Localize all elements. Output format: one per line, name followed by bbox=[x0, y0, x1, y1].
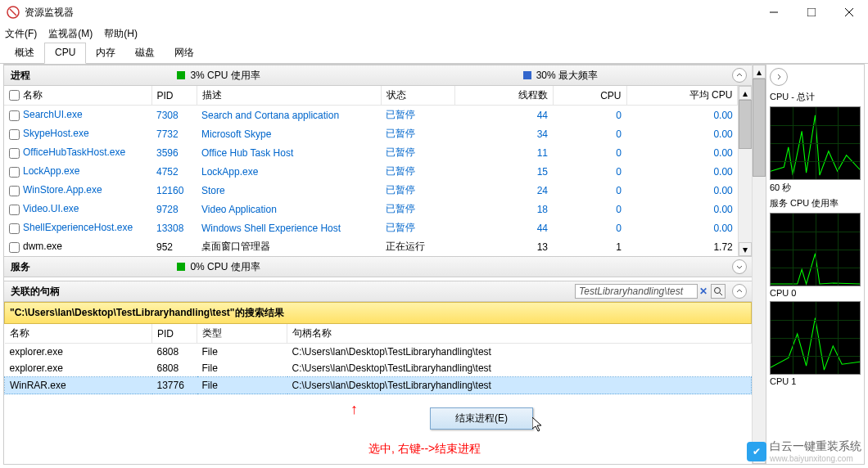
svg-point-6 bbox=[715, 288, 721, 294]
row-checkbox[interactable] bbox=[9, 242, 20, 253]
process-row[interactable]: ShellExperienceHost.exe 13308Windows She… bbox=[4, 218, 738, 237]
charts-collapse-button[interactable] bbox=[770, 68, 788, 86]
row-checkbox[interactable] bbox=[9, 129, 20, 140]
svc-cpu-stat: 0% CPU 使用率 bbox=[177, 260, 260, 274]
window-title: 资源监视器 bbox=[25, 6, 755, 20]
col-pid[interactable]: PID bbox=[151, 86, 197, 106]
col-threads[interactable]: 线程数 bbox=[454, 86, 553, 106]
search-result-banner: "C:\Users\lan\Desktop\TestLibraryhandlin… bbox=[4, 302, 752, 324]
handles-title: 关联的句柄 bbox=[11, 285, 60, 299]
collapse-icon[interactable] bbox=[732, 284, 747, 299]
col-desc[interactable]: 描述 bbox=[197, 86, 381, 106]
max-freq-stat: 30% 最大频率 bbox=[523, 69, 598, 83]
services-header[interactable]: 服务 0% CPU 使用率 bbox=[4, 256, 752, 277]
tab-disk[interactable]: 磁盘 bbox=[125, 43, 165, 63]
chart-cpu0 bbox=[770, 301, 861, 375]
handles-table: 名称 PID 类型 句柄名称 explorer.exe6808FileC:\Us… bbox=[4, 324, 752, 394]
annotation-text: 选中, 右键-->结束进程 bbox=[368, 442, 481, 457]
brand-logo-icon: ✔ bbox=[747, 442, 766, 461]
clear-search-icon[interactable]: ✕ bbox=[699, 286, 708, 297]
chart-cpu-total-label: CPU - 总计 bbox=[770, 91, 861, 103]
menubar: 文件(F) 监视器(M) 帮助(H) bbox=[0, 25, 868, 43]
row-checkbox[interactable] bbox=[9, 148, 20, 159]
processes-title: 进程 bbox=[11, 69, 30, 83]
tab-memory[interactable]: 内存 bbox=[86, 43, 125, 63]
tab-cpu[interactable]: CPU bbox=[44, 43, 86, 64]
titlebar: 资源监视器 bbox=[0, 0, 868, 25]
tab-network[interactable]: 网络 bbox=[165, 43, 204, 63]
charts-pane: CPU - 总计 60 秒 服务 CPU 使用率 CPU 0 CPU 1 bbox=[766, 65, 864, 464]
app-icon bbox=[7, 6, 20, 19]
svg-line-7 bbox=[720, 293, 722, 295]
row-checkbox[interactable] bbox=[9, 110, 20, 121]
expand-icon[interactable] bbox=[732, 259, 747, 274]
main-scrollbar[interactable]: ▴▾ bbox=[752, 65, 766, 464]
process-row[interactable]: SkypeHost.exe 7732Microsoft Skype已暂停 340… bbox=[4, 124, 738, 143]
col-name[interactable]: 名称 bbox=[23, 89, 43, 101]
col-avg[interactable]: 平均 CPU bbox=[626, 86, 738, 106]
select-all-checkbox[interactable] bbox=[9, 90, 20, 101]
hcol-handle[interactable]: 句柄名称 bbox=[287, 324, 752, 344]
handle-row[interactable]: explorer.exe6808FileC:\Users\lan\Desktop… bbox=[5, 360, 752, 377]
annotation-arrow: ↑ bbox=[350, 401, 358, 418]
svg-line-1 bbox=[10, 9, 16, 16]
search-button[interactable] bbox=[711, 284, 726, 299]
hcol-type[interactable]: 类型 bbox=[197, 324, 287, 344]
brand-watermark: ✔ 白云一键重装系统 www.baiyunxitong.com bbox=[747, 439, 861, 463]
menu-monitor[interactable]: 监视器(M) bbox=[48, 27, 93, 41]
row-checkbox[interactable] bbox=[9, 167, 20, 178]
row-checkbox[interactable] bbox=[9, 186, 20, 196]
chart-cpu1-label: CPU 1 bbox=[770, 376, 861, 386]
menu-help[interactable]: 帮助(H) bbox=[104, 27, 138, 41]
svg-rect-3 bbox=[807, 8, 816, 16]
cpu-usage-stat: 3% CPU 使用率 bbox=[177, 69, 260, 83]
row-checkbox[interactable] bbox=[9, 223, 20, 234]
process-row[interactable]: LockApp.exe 4752LockApp.exe已暂停 1500.00 bbox=[4, 162, 738, 181]
col-status[interactable]: 状态 bbox=[381, 86, 454, 106]
tab-overview[interactable]: 概述 bbox=[5, 43, 44, 63]
collapse-icon[interactable] bbox=[732, 68, 747, 83]
process-row[interactable]: OfficeHubTaskHost.exe 3596Office Hub Tas… bbox=[4, 143, 738, 162]
hcol-pid[interactable]: PID bbox=[152, 324, 197, 344]
brand-url: www.baiyunxitong.com bbox=[770, 454, 861, 463]
handle-row[interactable]: explorer.exe6808FileC:\Users\lan\Desktop… bbox=[5, 344, 752, 361]
services-title: 服务 bbox=[11, 260, 30, 274]
chart-service-cpu bbox=[770, 213, 861, 286]
ctx-end-process[interactable]: 结束进程(E) bbox=[455, 412, 508, 425]
menu-file[interactable]: 文件(F) bbox=[5, 27, 37, 41]
hcol-name[interactable]: 名称 bbox=[5, 324, 152, 344]
handle-row[interactable]: WinRAR.exe13776FileC:\Users\lan\Desktop\… bbox=[5, 377, 752, 394]
row-checkbox[interactable] bbox=[9, 205, 20, 215]
close-button[interactable] bbox=[830, 0, 868, 25]
processes-header[interactable]: 进程 3% CPU 使用率 30% 最大频率 bbox=[4, 65, 752, 86]
chart-60s-label: 60 秒 bbox=[770, 182, 861, 194]
chart-cpu-total bbox=[770, 106, 861, 180]
maximize-button[interactable] bbox=[793, 0, 830, 25]
processes-table: 名称 PID 描述 状态 线程数 CPU 平均 CPU SearchUI.exe… bbox=[4, 86, 738, 256]
minimize-button[interactable] bbox=[755, 0, 793, 25]
process-row[interactable]: Video.UI.exe 9728Video Application已暂停 18… bbox=[4, 200, 738, 218]
tabs: 概述 CPU 内存 磁盘 网络 bbox=[0, 43, 868, 64]
process-row[interactable]: WinStore.App.exe 12160Store已暂停 2400.00 bbox=[4, 181, 738, 200]
chart-svc-label: 服务 CPU 使用率 bbox=[770, 197, 861, 209]
process-row[interactable]: dwm.exe 952桌面窗口管理器正在运行 1311.72 bbox=[4, 237, 738, 256]
handles-search-input[interactable] bbox=[575, 284, 698, 299]
context-menu: 结束进程(E) bbox=[430, 407, 533, 430]
chart-cpu0-label: CPU 0 bbox=[770, 288, 861, 298]
processes-scrollbar[interactable]: ▴▾ bbox=[738, 86, 752, 256]
brand-name: 白云一键重装系统 bbox=[770, 439, 861, 454]
handles-header[interactable]: 关联的句柄 ✕ bbox=[4, 281, 752, 302]
col-cpu[interactable]: CPU bbox=[553, 86, 626, 106]
process-row[interactable]: SearchUI.exe 7308Search and Cortana appl… bbox=[4, 106, 738, 125]
cursor-icon bbox=[532, 417, 545, 436]
